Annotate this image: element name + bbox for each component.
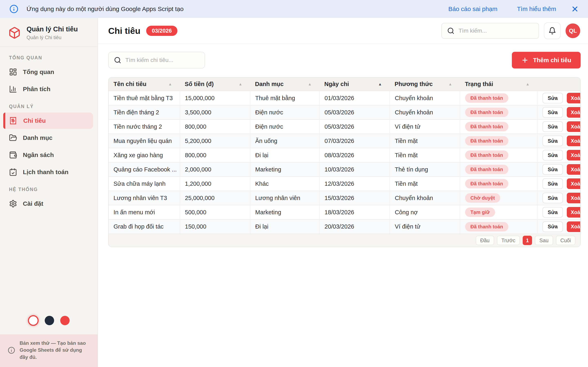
sidebar-item-tong-quan[interactable]: Tổng quan [3,64,93,80]
delete-button[interactable]: Xoá [567,121,580,132]
expense-method-cell: Thẻ tín dụng [390,162,460,176]
bell-icon [548,27,556,35]
status-badge: Đã thanh toán [465,136,508,146]
expense-amount-cell: 800,000 [180,148,250,162]
column-header-method[interactable]: Phương thức▲ [390,77,460,91]
sidebar-item-cai-dat[interactable]: Cài đặt [3,196,93,212]
delete-button[interactable]: Xoá [567,193,580,203]
gas-warning-banner: Ứng dụng này do một người dùng Google Ap… [0,0,588,18]
expense-status-cell: Đã thanh toán [460,105,537,119]
learn-more-link[interactable]: Tìm hiểu thêm [517,6,556,12]
expense-date-cell: 08/03/2026 [320,148,390,162]
bar-chart-icon [9,85,17,93]
app-title: Quản lý Chi tiêu [26,25,78,33]
toolbar: Thêm chi tiêu [108,52,581,68]
status-badge: Đã thanh toán [465,165,508,174]
table-row: Tiền nước tháng 2 800,000 Điện nước 05/0… [109,119,580,134]
pagination-next-button[interactable]: Sau [535,236,553,245]
theme-swatch-light[interactable] [28,315,39,326]
sidebar-item-ngan-sach[interactable]: Ngân sách [3,147,93,163]
sort-asc-icon: ▲ [238,82,242,86]
pagination-prev-button[interactable]: Trước [497,236,520,245]
table-row: Lương nhân viên T3 25,000,000 Lương nhân… [109,191,580,205]
status-badge: Đã thanh toán [465,150,508,160]
expense-category-cell: Điện nước [250,105,320,119]
edit-button[interactable]: Sửa [543,121,563,132]
column-label: Số tiền (đ) [185,81,214,87]
expense-date-cell: 20/03/2026 [320,219,390,234]
sort-asc-icon: ▲ [448,82,452,86]
sidebar-item-lich-thanh-toan[interactable]: Lịch thanh toán [3,164,93,180]
expense-actions-cell: Sửa Xoá [537,91,580,105]
sidebar-item-chi-tieu[interactable]: Chi tiêu [3,113,93,129]
delete-button[interactable]: Xoá [567,93,580,103]
table-row: Mua nguyên liệu quán 5,200,000 Ăn uống 0… [109,134,580,148]
edit-button[interactable]: Sửa [543,136,563,146]
close-icon[interactable] [571,5,579,13]
expense-status-cell: Đã thanh toán [460,176,537,191]
delete-button[interactable]: Xoá [567,207,580,217]
sidebar-item-label: Danh mục [23,134,52,141]
add-expense-button[interactable]: Thêm chi tiêu [512,52,581,68]
edit-button[interactable]: Sửa [543,221,563,232]
expense-name-cell: Sửa chữa máy lạnh [109,176,180,191]
content: Thêm chi tiêu Tên chi tiêu▲ Số tiền (đ)▲… [98,44,588,247]
app-logo-row: Quản lý Chi tiêu Quản lý Chi tiêu [0,18,98,47]
expense-date-cell: 01/03/2026 [320,91,390,105]
sidebar-item-danh-muc[interactable]: Danh mục [3,130,93,146]
edit-button[interactable]: Sửa [543,178,563,189]
dashboard-icon [9,68,17,76]
delete-button[interactable]: Xoá [567,221,580,232]
edit-button[interactable]: Sửa [543,164,563,175]
avatar[interactable]: QL [566,24,580,38]
edit-button[interactable]: Sửa [543,93,563,103]
receipt-icon [9,117,17,125]
report-abuse-link[interactable]: Báo cáo sai phạm [448,6,497,12]
global-search [441,23,539,39]
expense-status-cell: Tạm giữ [460,205,537,219]
expense-search-input[interactable] [125,57,199,63]
delete-button[interactable]: Xoá [567,178,580,189]
pagination-last-button[interactable]: Cuối [556,236,575,245]
sidebar-item-label: Phân tích [23,86,51,92]
delete-button[interactable]: Xoá [567,107,580,118]
column-header-amount[interactable]: Số tiền (đ)▲ [180,77,250,91]
expense-method-cell: Tiền mặt [390,134,460,148]
sidebar-nav: TỔNG QUAN Tổng quan Phân tích QUẢN LÝ Ch… [0,47,98,213]
edit-button[interactable]: Sửa [543,193,563,203]
section-label-system: HỆ THỐNG [0,181,98,195]
column-header-name[interactable]: Tên chi tiêu▲ [109,77,180,91]
edit-button[interactable]: Sửa [543,150,563,160]
expense-actions-cell: Sửa Xoá [537,105,580,119]
expense-amount-cell: 2,000,000 [180,162,250,176]
column-header-status[interactable]: Trạng thái▲ [460,77,537,91]
pagination-first-button[interactable]: Đầu [476,236,494,245]
global-search-input[interactable] [458,27,533,34]
sidebar-item-label: Ngân sách [23,151,54,158]
expense-method-cell: Chuyển khoản [390,105,460,119]
column-header-category[interactable]: Danh mục▲ [250,77,320,91]
expense-actions-cell: Sửa Xoá [537,119,580,134]
sort-asc-icon: ▲ [308,82,312,86]
expense-method-cell: Ví điện tử [390,119,460,134]
pagination-current-page[interactable]: 1 [523,236,532,245]
edit-button[interactable]: Sửa [543,107,563,118]
package-logo-icon [8,26,21,39]
expense-status-cell: Đã thanh toán [460,134,537,148]
notifications-button[interactable] [544,22,561,39]
delete-button[interactable]: Xoá [567,136,580,146]
add-expense-label: Thêm chi tiêu [533,57,571,64]
expense-category-cell: Ăn uống [250,134,320,148]
expense-status-cell: Đã thanh toán [460,119,537,134]
delete-button[interactable]: Xoá [567,164,580,175]
column-header-date[interactable]: Ngày chi▲ [320,77,390,91]
delete-button[interactable]: Xoá [567,150,580,160]
status-badge: Đã thanh toán [465,179,508,188]
expense-name-cell: Lương nhân viên T3 [109,191,180,205]
theme-swatch-dark[interactable] [45,316,54,325]
sidebar-item-phan-tich[interactable]: Phân tích [3,81,93,97]
expense-date-cell: 12/03/2026 [320,176,390,191]
theme-swatch-red[interactable] [60,316,70,325]
expense-amount-cell: 150,000 [180,219,250,234]
edit-button[interactable]: Sửa [543,207,563,217]
